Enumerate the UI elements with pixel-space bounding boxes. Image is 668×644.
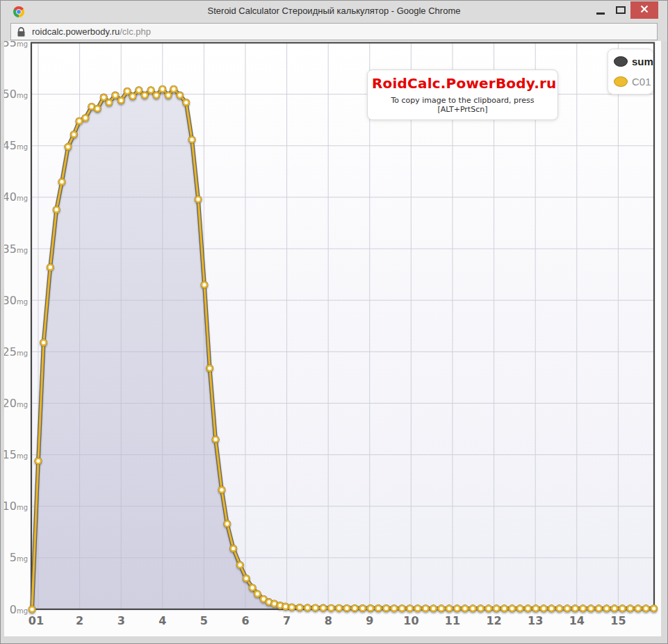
data-point-marker[interactable]	[564, 606, 570, 611]
data-point-marker[interactable]	[502, 606, 507, 611]
data-point-marker[interactable]	[202, 282, 207, 288]
data-point-marker[interactable]	[243, 576, 249, 581]
data-point-marker[interactable]	[439, 606, 444, 611]
data-point-marker[interactable]	[237, 562, 243, 568]
data-point-marker[interactable]	[549, 606, 555, 611]
data-point-marker[interactable]	[225, 521, 230, 527]
data-point-marker[interactable]	[352, 606, 357, 611]
data-point-marker[interactable]	[478, 606, 484, 611]
data-point-marker[interactable]	[620, 606, 626, 611]
minimize-button[interactable]	[593, 1, 608, 19]
data-point-marker[interactable]	[628, 606, 633, 611]
data-point-marker[interactable]	[336, 605, 342, 611]
data-point-marker[interactable]	[368, 606, 373, 611]
data-point-marker[interactable]	[596, 606, 602, 611]
data-point-marker[interactable]	[329, 605, 334, 611]
data-point-marker[interactable]	[305, 605, 311, 611]
data-point-marker[interactable]	[635, 606, 641, 611]
data-point-marker[interactable]	[651, 606, 657, 611]
data-point-marker[interactable]	[486, 606, 491, 611]
data-point-marker[interactable]	[573, 606, 578, 611]
data-point-marker[interactable]	[171, 86, 177, 92]
data-point-marker[interactable]	[431, 606, 437, 611]
legend-item-sum[interactable]: sum	[614, 56, 647, 67]
data-point-marker[interactable]	[113, 92, 118, 98]
data-point-marker[interactable]	[71, 132, 76, 138]
data-point-marker[interactable]	[47, 265, 53, 270]
data-point-marker[interactable]	[35, 459, 41, 464]
data-point-marker[interactable]	[391, 606, 397, 611]
data-point-marker[interactable]	[231, 546, 236, 552]
data-point-marker[interactable]	[154, 92, 159, 98]
data-point-marker[interactable]	[184, 100, 189, 106]
maximize-button[interactable]	[612, 1, 629, 19]
data-point-marker[interactable]	[118, 98, 124, 104]
data-point-marker[interactable]	[360, 606, 366, 611]
data-point-marker[interactable]	[470, 606, 475, 611]
data-point-marker[interactable]	[604, 606, 610, 611]
data-point-marker[interactable]	[283, 604, 288, 609]
data-point-marker[interactable]	[533, 606, 539, 611]
data-point-marker[interactable]	[399, 606, 405, 611]
data-point-marker[interactable]	[148, 88, 154, 93]
data-point-marker[interactable]	[65, 144, 71, 149]
data-point-marker[interactable]	[142, 92, 147, 98]
data-point-marker[interactable]	[289, 604, 295, 610]
data-point-marker[interactable]	[446, 606, 452, 611]
legend-label-sum: sum	[632, 56, 653, 67]
data-point-marker[interactable]	[89, 104, 95, 110]
data-point-marker[interactable]	[517, 606, 523, 611]
data-point-marker[interactable]	[160, 86, 165, 92]
data-point-marker[interactable]	[541, 606, 546, 611]
data-point-marker[interactable]	[407, 606, 413, 611]
data-point-marker[interactable]	[219, 487, 225, 493]
data-point-marker[interactable]	[130, 94, 136, 99]
legend-label-c01: C01	[632, 76, 651, 88]
data-point-marker[interactable]	[124, 88, 130, 94]
data-point-marker[interactable]	[165, 92, 171, 98]
data-point-marker[interactable]	[177, 92, 183, 98]
data-point-marker[interactable]	[54, 207, 59, 213]
data-point-marker[interactable]	[580, 606, 586, 611]
data-point-marker[interactable]	[423, 606, 428, 611]
data-point-marker[interactable]	[510, 606, 515, 611]
data-point-marker[interactable]	[41, 340, 47, 345]
data-point-marker[interactable]	[375, 606, 381, 611]
data-point-marker[interactable]	[384, 606, 389, 611]
close-button[interactable]	[630, 1, 658, 19]
data-point-marker[interactable]	[207, 365, 213, 371]
legend-item-c01[interactable]: C01	[614, 76, 647, 88]
data-point-marker[interactable]	[643, 606, 649, 611]
data-point-marker[interactable]	[76, 118, 82, 124]
data-point-marker[interactable]	[213, 437, 218, 443]
data-point-marker[interactable]	[189, 137, 195, 142]
data-point-marker[interactable]	[195, 197, 201, 202]
data-point-marker[interactable]	[106, 100, 112, 106]
data-point-marker[interactable]	[526, 606, 531, 611]
data-point-marker[interactable]	[415, 606, 421, 611]
data-point-marker[interactable]	[462, 606, 468, 611]
x-tick-label: 11	[445, 614, 460, 627]
data-point-marker[interactable]	[95, 106, 100, 112]
data-point-marker[interactable]	[297, 605, 302, 611]
data-point-marker[interactable]	[557, 606, 562, 611]
data-point-marker[interactable]	[272, 601, 277, 606]
data-point-marker[interactable]	[455, 606, 460, 611]
data-point-marker[interactable]	[83, 115, 88, 121]
data-point-marker[interactable]	[59, 179, 65, 185]
data-point-marker[interactable]	[588, 606, 594, 611]
data-point-marker[interactable]	[250, 585, 255, 591]
lock-icon[interactable]	[17, 27, 25, 37]
chart-canvas[interactable]: 0mg5mg10mg15mg20mg25mg30mg35mg40mg45mg50…	[4, 41, 661, 636]
data-point-marker[interactable]	[101, 94, 106, 100]
data-point-marker[interactable]	[494, 606, 499, 611]
data-point-marker[interactable]	[136, 88, 142, 93]
data-point-marker[interactable]	[254, 591, 260, 597]
data-point-marker[interactable]	[29, 606, 35, 612]
data-point-marker[interactable]	[612, 606, 617, 611]
data-point-marker[interactable]	[320, 605, 326, 611]
minimize-icon	[596, 13, 605, 15]
data-point-marker[interactable]	[313, 605, 318, 611]
data-point-marker[interactable]	[344, 606, 350, 611]
address-bar-input[interactable]: roidcalc.powerbody.ru/clc.php	[10, 23, 658, 40]
